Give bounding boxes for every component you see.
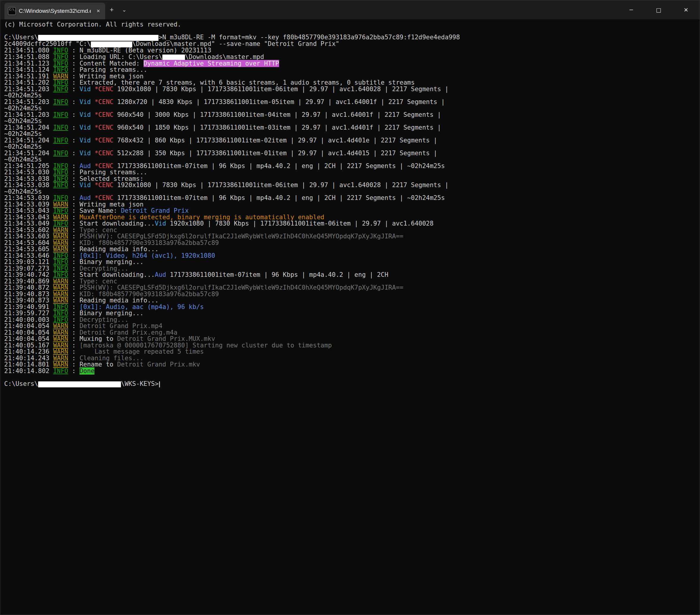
text-segment: : N_m3u8DL-RE (Beta version) 20231113 xyxy=(68,47,211,54)
text-segment: : xyxy=(68,182,79,189)
log-level-info: INFO xyxy=(53,60,68,67)
log-level-info: INFO xyxy=(53,175,68,182)
text-segment: PSSH(WV): CAESEPgLSFd5Djkxg6l2orulfIkaC2… xyxy=(79,233,403,240)
log-level-info: INFO xyxy=(53,220,68,227)
text-segment: ~02h24m25s xyxy=(4,156,42,163)
terminal-line: 21:34:51.204 INFO : Vid *CENC 768x432 | … xyxy=(4,137,698,144)
text-segment: : Parsing streams... xyxy=(68,169,148,176)
text-segment: 1920x1080 | 7830 Kbps | 1717338611001ite… xyxy=(113,86,449,93)
text-segment: 21:34:51.124 xyxy=(4,66,53,73)
terminal-content[interactable]: (c) Microsoft Corporation. All rights re… xyxy=(0,20,700,615)
text-segment: ~02h24m25s xyxy=(4,92,42,99)
log-level-info: INFO xyxy=(53,162,68,170)
text-segment: 21:34:51.203 xyxy=(4,111,53,118)
terminal-line: 21:39:07.273 INFO : Decrypting... xyxy=(4,266,698,272)
terminal-line: 21:40:04.054 WARN : Muxing to Detroit Gr… xyxy=(4,336,698,342)
terminal-line: 21:34:51.080 INFO : N_m3u8DL-RE (Beta ve… xyxy=(4,47,698,54)
text-segment: Dynamic Adaptive Streaming over HTTP xyxy=(143,60,279,67)
log-level-info: INFO xyxy=(53,265,68,272)
text-segment: 1920x1080 | 7830 Kbps | 1717338611001ite… xyxy=(113,182,449,189)
terminal-line: 21:34:51.205 INFO : Aud *CENC 1717338611… xyxy=(4,163,698,170)
text-segment: *CENC xyxy=(95,137,113,144)
maximize-button[interactable]: □ xyxy=(645,0,672,20)
terminal-line: 21:40:04.054 WARN : Detroit Grand Prix.m… xyxy=(4,323,698,330)
text-segment: : Loading URL: C:\Users\ xyxy=(68,53,162,61)
log-level-warn: WARN xyxy=(53,355,68,362)
text-segment: 21:34:53.605 xyxy=(4,246,53,253)
close-button[interactable]: ✕ xyxy=(672,0,700,20)
redacted-block xyxy=(38,381,121,388)
terminal-line: 21:34:53.039 INFO : Aud *CENC 1717338611… xyxy=(4,195,698,201)
new-tab-button[interactable]: + xyxy=(105,3,118,16)
terminal-line: C:\Users\\WKS-KEYS> xyxy=(4,381,698,388)
text-segment: 21:40:14.801 xyxy=(4,361,53,368)
text-segment: : Start downloading... xyxy=(68,271,155,278)
text-segment: 21:39:40.991 xyxy=(4,303,53,310)
text-segment: 21:34:53.603 xyxy=(4,233,53,240)
text-segment: KID: f80b4857790e393183a976a2bba57c89 xyxy=(79,239,219,246)
log-level-warn: WARN xyxy=(53,214,68,221)
text-segment: 21:34:53.043 xyxy=(4,207,53,214)
text-segment: : Content Matched: xyxy=(68,60,143,67)
text-segment: 21:34:51.202 xyxy=(4,79,53,86)
terminal-line: 21:34:51.202 INFO : Extracted, there are… xyxy=(4,79,698,86)
text-segment: : Parsing streams... xyxy=(68,66,148,73)
text-segment: 21:39:40.872 xyxy=(4,284,53,291)
log-level-warn: WARN xyxy=(53,291,68,298)
text-segment: [matroska @ 0000017670752880] Starting n… xyxy=(79,342,332,349)
text-segment: 21:40:14.236 xyxy=(4,348,53,355)
tab-close-icon[interactable]: ✕ xyxy=(94,7,103,15)
text-segment: : xyxy=(68,239,79,246)
text-segment: *CENC xyxy=(95,150,113,157)
terminal-line: 21:34:53.043 WARN : MuxAfterDone is dete… xyxy=(4,214,698,221)
text-segment: : Writing meta json xyxy=(68,73,143,80)
text-segment: Cleaning files... xyxy=(79,355,143,362)
log-level-warn: WARN xyxy=(53,73,68,80)
cmd-icon: C:\_ xyxy=(8,7,16,15)
text-cursor xyxy=(159,381,160,388)
text-segment: 1920x1080 | 7830 Kbps | 1717338611001ite… xyxy=(166,220,434,227)
log-level-info: INFO xyxy=(53,98,68,106)
text-segment: *CENC xyxy=(95,98,113,106)
text-segment: [0x1]: Audio, aac (mp4a), 96 kb/s xyxy=(79,303,204,310)
log-level-warn: WARN xyxy=(53,246,68,253)
text-segment: *CENC xyxy=(95,124,113,131)
log-level-info: INFO xyxy=(53,111,68,118)
text-segment: 1717338611001item-07item | 96 Kbps | mp4… xyxy=(113,194,445,201)
text-segment: : xyxy=(68,111,79,118)
terminal-tab[interactable]: C:\_ C:\Windows\System32\cmd.e ✕ xyxy=(4,3,105,20)
text-segment: : xyxy=(68,137,79,144)
terminal-line: ~02h24m25s xyxy=(4,144,698,150)
text-segment: 21:39:40.873 xyxy=(4,291,53,298)
terminal-line: (c) Microsoft Corporation. All rights re… xyxy=(4,22,698,28)
terminal-line: 21:34:51.088 INFO : Loading URL: C:\User… xyxy=(4,54,698,61)
terminal-line: 21:40:14.236 WARN : Last message repeate… xyxy=(4,349,698,355)
window-controls: ─ □ ✕ xyxy=(617,0,700,20)
text-segment: 21:39:03.121 xyxy=(4,258,53,266)
terminal-line: C:\Users\>N_m3u8DL-RE -M format=mkv --ke… xyxy=(4,34,698,41)
log-level-info: INFO xyxy=(53,169,68,176)
minimize-button[interactable]: ─ xyxy=(617,0,645,20)
text-segment: *CENC xyxy=(95,194,113,201)
log-level-warn: WARN xyxy=(53,239,68,246)
redacted-block xyxy=(162,54,185,61)
text-segment: 21:40:14.802 xyxy=(4,367,53,374)
terminal-line: 21:34:51.203 INFO : Vid *CENC 1920x1080 … xyxy=(4,86,698,93)
log-level-warn: WARN xyxy=(53,342,68,349)
log-level-warn: WARN xyxy=(53,233,68,240)
text-segment: Decrypting... xyxy=(79,316,128,323)
log-level-info: INFO xyxy=(53,79,68,86)
terminal-line: 21:34:53.603 WARN : PSSH(WV): CAESEPgLSF… xyxy=(4,233,698,240)
text-segment: Vid xyxy=(79,137,95,144)
text-segment: : xyxy=(68,329,79,336)
terminal-line: 21:39:40.873 WARN : KID: f80b4857790e393… xyxy=(4,291,698,298)
text-segment: : Save Name: xyxy=(68,207,121,214)
text-segment: ~02h24m25s xyxy=(4,130,42,137)
text-segment: : Writing meta json xyxy=(68,201,143,208)
text-segment: Detroit Grand Prix.eng.m4a xyxy=(79,329,177,336)
text-segment: : xyxy=(68,316,79,323)
text-segment: 21:34:53.604 xyxy=(4,239,53,246)
text-segment: \Downloads\master.mpd xyxy=(185,53,264,61)
tab-dropdown-button[interactable]: ⌄ xyxy=(118,3,130,16)
terminal-line xyxy=(4,28,698,35)
